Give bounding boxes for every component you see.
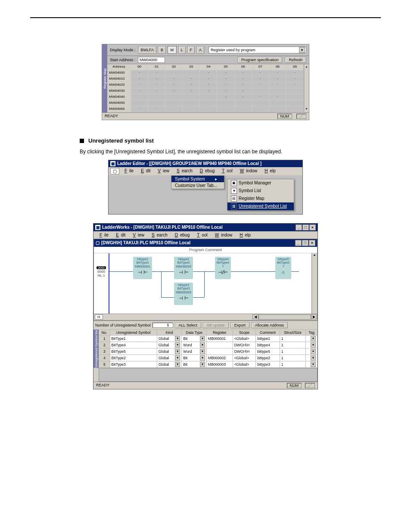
allocate-address-button[interactable]: Allocate Address [251,322,288,328]
start-address-input[interactable]: MW04000 [138,57,165,63]
menu-file[interactable]: File [120,168,136,174]
rung-canvas[interactable]: ▲ bittype1BitType1MB000001⊣ ⊢bittype2Bit… [109,253,317,314]
table-cell[interactable]: Bit▼ [182,335,207,342]
unregistered-symbol-table: No.Unregistered SymbolKindData TypeRegis… [99,330,318,368]
ladder-element-bittype1[interactable]: bittype1BitType1MB000001⊣ ⊢ [133,257,152,280]
col-header: 09 [286,64,304,70]
table-cell[interactable]: ▼ [306,335,318,342]
menu-view[interactable]: View [128,232,146,238]
submenu-unregistered-symbol-list[interactable]: ▥ Unregistered Symbol List [227,202,294,210]
row-address: MW04030 [107,88,131,94]
table-row[interactable]: 5BitType3Global▼Bit▼MB000003<Global>bitt… [99,361,318,367]
minimize-button[interactable]: _ [296,224,302,230]
ladder-tab-h[interactable]: H [95,314,103,320]
scrollbar-track[interactable] [304,94,309,100]
table-cell[interactable]: ▼ [306,348,318,355]
grid-cell [286,106,304,112]
chevron-down-icon: ▼ [311,336,316,341]
table-cell[interactable]: ▼ [306,355,318,361]
close-button[interactable]: × [309,224,316,230]
submenu-register-map[interactable]: ▤ Register Map [227,195,294,202]
all-select-button[interactable]: ALL Select [175,322,201,328]
tool-symbol-system[interactable]: Symbol System ▸ [171,176,224,182]
submenu-symbol-manager[interactable]: ▣ Symbol Manager [227,179,294,187]
maximize-button[interactable]: □ [302,240,308,246]
table-cell[interactable]: Word▼ [182,342,207,348]
menu-edit[interactable]: Edit [137,168,153,174]
mode-btn-w[interactable]: W [168,46,177,54]
table-cell[interactable]: ▼ [306,342,318,348]
table-row[interactable]: 1BitType1Global▼Bit▼MB000001<Global>bitt… [99,335,318,342]
chevron-down-icon: ▼ [175,355,180,361]
export-button[interactable]: Export [230,322,249,328]
submenu-symbol-list[interactable]: ★ Symbol List [227,187,294,195]
ladder-element-bittype3[interactable]: bittype3BitType3MB000003⊣ ⊢ [174,283,193,305]
ladder-element-bittype4[interactable]: bittype4BitType4?⊣/⊢ [215,257,231,280]
close-button[interactable]: × [309,240,315,246]
menu-search[interactable]: Search [172,168,195,174]
table-cell: BitType2 [110,355,157,361]
menu-edit[interactable]: Edit [112,232,128,238]
table-cell[interactable]: Bit▼ [182,361,207,367]
maximize-button[interactable]: □ [302,224,309,230]
chevron-down-icon: ▼ [175,342,180,348]
grid-cell [165,106,183,112]
menu-view[interactable]: View [153,168,171,174]
table-row[interactable]: 4BitType2Global▼Bit▼MB000002<Global>bitt… [99,355,318,361]
menu-help[interactable]: Help [235,232,253,238]
menu-window[interactable]: Window [236,168,260,174]
table-cell[interactable]: Bit▼ [182,355,207,361]
ladder-element-bittype5[interactable]: bittype5BitType5?○ [275,257,291,280]
ladder-element-bittype2[interactable]: bittype2BitType2MB000002⊣ ⊢ [174,257,193,280]
table-cell[interactable]: ▼ [306,361,318,367]
menu-help[interactable]: Help [260,168,278,174]
mode-btn-f[interactable]: F [187,46,195,54]
vertical-scrollbar[interactable]: ▲ [311,253,317,314]
scroll-up-icon[interactable]: ▲ [312,253,317,256]
scroll-right-icon[interactable]: ▶ [311,314,317,319]
table-cell[interactable]: Global▼ [157,361,182,367]
mode-btn-b[interactable]: B [158,46,166,54]
grid-cell: · [269,94,286,100]
table-cell[interactable]: Global▼ [157,342,182,348]
refresh-button[interactable]: Refresh [285,57,306,63]
register-used-select[interactable]: Register used by program ▼ [209,47,306,53]
scroll-left-icon[interactable]: ◀ [252,314,258,319]
table-cell[interactable]: Global▼ [157,348,182,355]
menu-debug[interactable]: Debug [196,168,217,174]
scroll-up-icon[interactable] [304,64,309,70]
menu-debug[interactable]: Debug [171,232,192,238]
scrollbar-track[interactable] [304,76,309,82]
horizontal-scrollbar[interactable] [258,314,311,320]
program-spec-button[interactable]: Program specification [237,57,283,63]
ladder-symbol-register: ? [277,265,290,269]
tool-customize-user-tab[interactable]: Customize User Tab... [171,182,224,189]
mode-btn-bwlfa[interactable]: BWLFA [138,46,157,54]
minimize-button[interactable]: _ [295,240,302,246]
table-row[interactable]: 2BitType4Global▼Word▼DWGH\Hbittype41▼ [99,342,318,348]
scrollbar-track[interactable] [304,100,309,106]
scrollbar-track[interactable] [304,88,309,94]
scrollbar-track[interactable] [304,82,309,88]
menu-window[interactable]: Window [211,232,235,238]
menu-tool[interactable]: Tool [193,232,209,238]
chevron-down-icon: ▼ [299,47,305,53]
grid-cell: · [269,70,286,76]
table-cell[interactable]: Global▼ [157,335,182,342]
fig3-menu-bar: File Edit View Search Debug Tool Window … [93,231,318,239]
table-row[interactable]: 3BitType5Global▼Word▼DWGH\Hbittype51▼ [99,348,318,355]
mode-btn-l[interactable]: L [178,46,186,54]
menu-file[interactable]: File [95,232,111,238]
grid-cell [252,100,269,106]
table-cell[interactable]: Word▼ [182,348,207,355]
scroll-down-icon[interactable] [304,106,309,112]
menu-tool[interactable]: Tool [218,168,234,174]
mode-btn-a[interactable]: A [196,46,204,54]
chevron-down-icon: ▼ [200,349,205,354]
chevron-down-icon: ▼ [311,349,316,354]
menu-search[interactable]: Search [147,232,170,238]
table-cell[interactable]: Global▼ [157,355,182,361]
grid-cell [217,106,234,112]
scrollbar-track[interactable] [304,70,309,76]
unreg-col-header: Register [206,330,233,335]
